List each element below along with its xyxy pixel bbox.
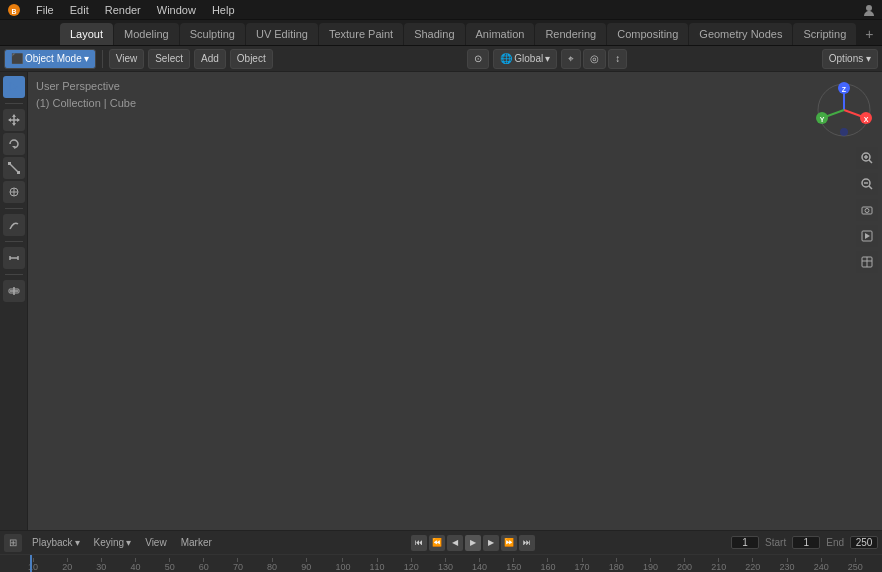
frame-tick-220: 220 bbox=[745, 558, 760, 572]
transform-pivot[interactable]: ⊙ bbox=[467, 49, 489, 69]
tab-sculpting[interactable]: Sculpting bbox=[180, 23, 245, 45]
svg-point-72 bbox=[840, 128, 848, 136]
frame-tick-200: 200 bbox=[677, 558, 692, 572]
svg-text:B: B bbox=[11, 7, 16, 14]
frame-tick-50: 50 bbox=[165, 558, 175, 572]
menu-render[interactable]: Render bbox=[99, 0, 147, 19]
move-tool[interactable] bbox=[3, 109, 25, 131]
zoom-in-btn[interactable] bbox=[856, 147, 878, 169]
start-frame-value[interactable]: 1 bbox=[792, 536, 820, 549]
nav-gizmo[interactable]: Z X Y bbox=[814, 80, 874, 140]
add-object-tool[interactable] bbox=[3, 280, 25, 302]
next-frame-btn[interactable]: ⏩ bbox=[501, 535, 517, 551]
frame-tick-30: 30 bbox=[96, 558, 106, 572]
frame-tick-70: 70 bbox=[233, 558, 243, 572]
svg-rect-11 bbox=[17, 171, 20, 174]
svg-marker-5 bbox=[12, 114, 16, 117]
svg-point-2 bbox=[866, 5, 872, 11]
toolbar-row: ⬛ Object Mode ▾ View Select Add Object ⊙… bbox=[0, 46, 882, 72]
view-menu[interactable]: View bbox=[109, 49, 145, 69]
frame-ruler-inner: 1020304050607080901001101201301401501601… bbox=[28, 555, 882, 572]
proportional-edit-btn[interactable]: ◎ bbox=[583, 49, 606, 69]
tab-geometry-nodes[interactable]: Geometry Nodes bbox=[689, 23, 792, 45]
tab-scripting[interactable]: Scripting bbox=[793, 23, 856, 45]
select-menu[interactable]: Select bbox=[148, 49, 190, 69]
options-btn-top[interactable]: Options ▾ bbox=[822, 49, 878, 69]
svg-text:Z: Z bbox=[842, 86, 847, 93]
camera-btn[interactable] bbox=[856, 199, 878, 221]
pivot-icon: ⊙ bbox=[474, 53, 482, 64]
menu-file[interactable]: File bbox=[30, 0, 60, 19]
tab-compositing[interactable]: Compositing bbox=[607, 23, 688, 45]
frame-ticks-container: 1020304050607080901001101201301401501601… bbox=[28, 555, 882, 572]
global-chevron: ▾ bbox=[545, 53, 550, 64]
mode-chevron: ▾ bbox=[84, 53, 89, 64]
tab-layout[interactable]: Layout bbox=[60, 23, 113, 45]
add-menu[interactable]: Add bbox=[194, 49, 226, 69]
prev-frame-btn[interactable]: ⏪ bbox=[429, 535, 445, 551]
workspace-tabs: Layout Modeling Sculpting UV Editing Tex… bbox=[0, 20, 882, 46]
lt-sep-2 bbox=[5, 208, 23, 209]
transform-tool[interactable] bbox=[3, 181, 25, 203]
rotate-tool[interactable] bbox=[3, 133, 25, 155]
svg-text:Y: Y bbox=[820, 116, 825, 123]
playback-menu[interactable]: Playback ▾ bbox=[28, 537, 84, 548]
lt-sep-1 bbox=[5, 103, 23, 104]
scene-btn[interactable] bbox=[856, 251, 878, 273]
timeline-bar: ⊞ Playback ▾ Keying ▾ View Marker ⏮ ⏪ ◀ … bbox=[0, 530, 882, 554]
frame-tick-120: 120 bbox=[404, 558, 419, 572]
render-btn[interactable] bbox=[856, 225, 878, 247]
tab-rendering[interactable]: Rendering bbox=[535, 23, 606, 45]
right-gizmo-tools bbox=[856, 147, 878, 273]
frame-tick-160: 160 bbox=[540, 558, 555, 572]
timeline-view-menu[interactable]: View bbox=[141, 537, 171, 548]
svg-marker-7 bbox=[8, 118, 11, 122]
menu-window[interactable]: Window bbox=[151, 0, 202, 19]
object-menu[interactable]: Object bbox=[230, 49, 273, 69]
menu-edit[interactable]: Edit bbox=[64, 0, 95, 19]
separator-1 bbox=[102, 50, 103, 68]
viewport-controls-icon[interactable]: ⊞ bbox=[4, 534, 22, 552]
tab-modeling[interactable]: Modeling bbox=[114, 23, 179, 45]
menu-help[interactable]: Help bbox=[206, 0, 241, 19]
svg-point-81 bbox=[865, 209, 869, 213]
svg-line-10 bbox=[10, 164, 18, 172]
show-gizmo-btn[interactable]: ↕ bbox=[608, 49, 627, 69]
frame-tick-150: 150 bbox=[506, 558, 521, 572]
jump-start-btn[interactable]: ⏮ bbox=[411, 535, 427, 551]
cursor-tool[interactable] bbox=[3, 76, 25, 98]
frame-tick-110: 110 bbox=[370, 558, 385, 572]
play-btn[interactable]: ▶ bbox=[465, 535, 481, 551]
frame-tick-230: 230 bbox=[780, 558, 795, 572]
marker-menu[interactable]: Marker bbox=[177, 537, 216, 548]
tab-texture-paint[interactable]: Texture Paint bbox=[319, 23, 403, 45]
viewport[interactable]: User Perspective (1) Collection | Cube Z… bbox=[28, 72, 882, 530]
user-prefs-icon[interactable] bbox=[862, 3, 876, 17]
blender-logo: B bbox=[6, 2, 22, 18]
tab-shading[interactable]: Shading bbox=[404, 23, 464, 45]
scale-tool[interactable] bbox=[3, 157, 25, 179]
svg-rect-12 bbox=[8, 162, 11, 165]
frame-ruler[interactable]: 1020304050607080901001101201301401501601… bbox=[0, 554, 882, 572]
tab-animation[interactable]: Animation bbox=[466, 23, 535, 45]
end-frame-label: End bbox=[826, 537, 844, 548]
frame-tick-40: 40 bbox=[130, 558, 140, 572]
keying-menu[interactable]: Keying ▾ bbox=[90, 537, 136, 548]
end-frame-value[interactable]: 250 bbox=[850, 536, 878, 549]
snap-btn[interactable]: ⌖ bbox=[561, 49, 581, 69]
mode-selector[interactable]: ⬛ Object Mode ▾ bbox=[4, 49, 96, 69]
prev-keyframe-btn[interactable]: ◀ bbox=[447, 535, 463, 551]
add-workspace-btn[interactable]: + bbox=[857, 23, 881, 45]
start-frame-label: Start bbox=[765, 537, 786, 548]
lt-sep-4 bbox=[5, 274, 23, 275]
frame-tick-100: 100 bbox=[335, 558, 350, 572]
jump-end-btn[interactable]: ⏭ bbox=[519, 535, 535, 551]
annotate-tool[interactable] bbox=[3, 214, 25, 236]
measure-tool[interactable] bbox=[3, 247, 25, 269]
transform-global[interactable]: 🌐 Global ▾ bbox=[493, 49, 557, 69]
frame-tick-140: 140 bbox=[472, 558, 487, 572]
next-keyframe-btn[interactable]: ▶ bbox=[483, 535, 499, 551]
tab-uv-editing[interactable]: UV Editing bbox=[246, 23, 318, 45]
svg-marker-8 bbox=[17, 118, 20, 122]
zoom-out-btn[interactable] bbox=[856, 173, 878, 195]
